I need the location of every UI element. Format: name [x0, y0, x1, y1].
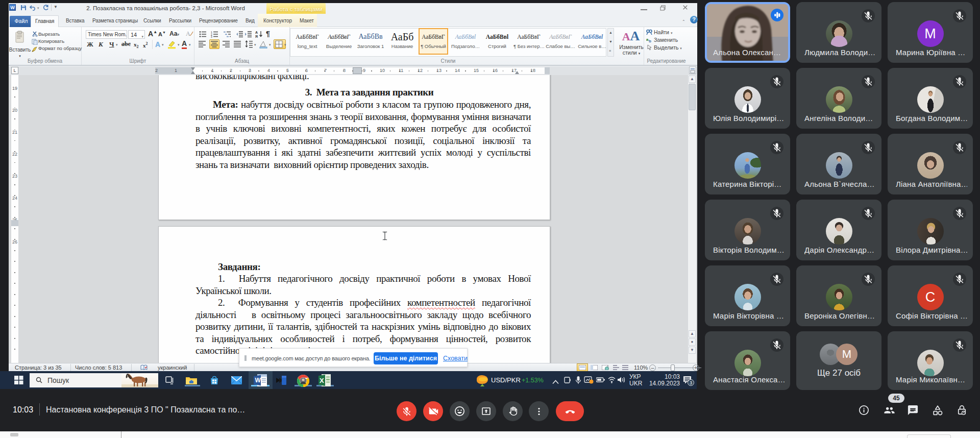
svg-text:A: A	[186, 30, 190, 37]
svg-text:X: X	[320, 377, 324, 384]
svg-text:b: b	[649, 39, 651, 43]
svg-text:Я: Я	[255, 35, 258, 38]
svg-text:А: А	[255, 31, 258, 34]
svg-text:W: W	[255, 377, 261, 384]
svg-text:3: 3	[211, 35, 212, 38]
